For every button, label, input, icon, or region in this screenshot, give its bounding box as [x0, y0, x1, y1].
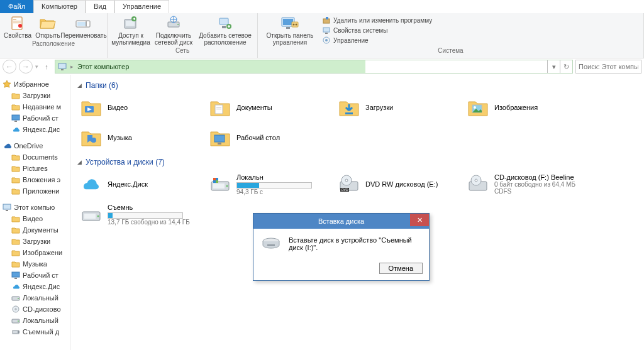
- open-button[interactable]: Открыть: [35, 14, 60, 39]
- svg-rect-3: [13, 23, 21, 23]
- folder-icon: [80, 96, 103, 119]
- properties-button[interactable]: Свойства: [4, 14, 31, 39]
- svg-rect-53: [218, 143, 221, 145]
- sysprops-icon: [322, 26, 331, 35]
- folder-icon: [11, 175, 20, 184]
- folder-icon: [11, 91, 20, 100]
- recent-dropdown[interactable]: ▾: [35, 63, 38, 70]
- forward-button[interactable]: →: [19, 60, 33, 74]
- folder-item[interactable]: Видео: [77, 94, 206, 121]
- svg-rect-34: [6, 210, 8, 211]
- sidebar-computer[interactable]: Этот компью: [0, 202, 70, 213]
- drive-item[interactable]: Яндекс.Диск: [77, 170, 206, 198]
- folder-icon: [11, 102, 20, 111]
- folder-icon: [11, 316, 20, 325]
- folder-item[interactable]: Документы: [206, 94, 335, 121]
- sidebar-item[interactable]: Рабочий ст: [0, 270, 70, 281]
- drive-item[interactable]: CD-дисковод (F:) Beeline0 байт свободно …: [464, 170, 593, 198]
- tab-view[interactable]: Вид: [86, 0, 114, 13]
- uninstall-program-button[interactable]: Удалить или изменить программу: [322, 16, 432, 25]
- sidebar-item-label: Изображени: [23, 249, 62, 256]
- sidebar-item[interactable]: Видео: [0, 213, 70, 224]
- search-input[interactable]: [579, 63, 638, 70]
- tab-manage[interactable]: Управление: [114, 0, 169, 13]
- sidebar-item[interactable]: Documents: [0, 151, 70, 163]
- dialog-titlebar[interactable]: Вставка диска ✕: [253, 214, 429, 229]
- rename-button[interactable]: Переименовать: [64, 14, 103, 39]
- section-drives-label: Устройства и диски (7): [86, 158, 165, 167]
- svg-point-56: [226, 185, 228, 187]
- collapse-icon: ◢: [77, 159, 82, 165]
- ribbon: Свойства Открыть Переименовать Расположе…: [0, 13, 644, 58]
- section-drives[interactable]: ◢ Устройства и диски (7): [77, 158, 638, 167]
- sidebar-item[interactable]: Приложени: [0, 185, 70, 197]
- folder-icon: [11, 153, 20, 161]
- manage-label: Управление: [333, 37, 369, 44]
- svg-rect-14: [219, 18, 228, 25]
- sidebar-item[interactable]: Яндекс.Дис: [0, 124, 70, 135]
- folder-item[interactable]: Загрузки: [335, 94, 464, 121]
- sidebar-item[interactable]: Изображени: [0, 247, 70, 258]
- sidebar-item[interactable]: Музыка: [0, 258, 70, 270]
- sidebar-item[interactable]: Загрузки: [0, 90, 70, 101]
- back-button[interactable]: ←: [3, 60, 16, 74]
- properties-icon: [8, 14, 28, 32]
- sidebar-item-label: Рабочий ст: [23, 114, 58, 122]
- dialog-close-button[interactable]: ✕: [410, 214, 429, 226]
- sysprops-label: Свойства системы: [333, 27, 387, 34]
- add-network-button[interactable]: Добавить сетевое расположение: [197, 14, 253, 46]
- properties-label: Свойства: [4, 32, 31, 39]
- sidebar-favorites-label: Избранное: [14, 80, 49, 88]
- drive-icon: DVD: [338, 173, 360, 195]
- group-caption-location: Расположение: [4, 39, 103, 47]
- drive-icon: [467, 173, 489, 195]
- control-panel-button[interactable]: Открыть панель управления: [262, 14, 318, 46]
- map-drive-button[interactable]: Подключить сетевой диск: [154, 14, 193, 46]
- sidebar-item[interactable]: Документы: [0, 224, 70, 236]
- media-access-button[interactable]: Доступ к мультимедиа: [111, 14, 150, 46]
- sidebar-favorites[interactable]: Избранное: [0, 79, 70, 90]
- folder-item[interactable]: Изображения: [464, 94, 593, 121]
- sidebar-item[interactable]: Яндекс.Дис: [0, 281, 70, 292]
- folder-item[interactable]: Рабочий стол: [206, 124, 335, 151]
- sidebar-item[interactable]: Недавние м: [0, 101, 70, 112]
- sidebar-item-label: Локальный: [23, 317, 58, 324]
- sidebar-item[interactable]: Локальный: [0, 292, 70, 304]
- sidebar-item[interactable]: Рабочий ст: [0, 112, 70, 124]
- up-button[interactable]: ↑: [41, 61, 52, 72]
- sidebar-item[interactable]: Загрузки: [0, 236, 70, 247]
- cancel-button[interactable]: Отмена: [379, 263, 423, 274]
- control-panel-label: Открыть панель управления: [262, 32, 318, 46]
- sidebar-item-label: Видео: [23, 215, 43, 222]
- folder-item[interactable]: Музыка: [77, 124, 206, 151]
- sidebar-item[interactable]: Вложения э: [0, 174, 70, 185]
- address-dropdown[interactable]: ▾: [547, 60, 560, 73]
- svg-rect-1: [13, 19, 16, 19]
- sidebar-onedrive[interactable]: OneDrive: [0, 140, 70, 151]
- search-box[interactable]: [575, 60, 641, 74]
- sidebar-item[interactable]: Локальный: [0, 315, 70, 326]
- tab-file[interactable]: Файл: [0, 0, 33, 13]
- address-bar[interactable]: ▸ Этот компьютер ▾ ↻: [55, 60, 573, 74]
- svg-rect-47: [216, 107, 221, 107]
- tab-computer[interactable]: Компьютер: [33, 0, 86, 13]
- svg-rect-69: [84, 214, 96, 219]
- drive-sub: 0 байт свободно из 64,4 МБ: [494, 181, 575, 188]
- sidebar-item[interactable]: CD-дисково: [0, 304, 70, 315]
- folder-icon: [11, 282, 20, 291]
- section-folders[interactable]: ◢ Папки (6): [77, 81, 638, 90]
- addnet-label: Добавить сетевое расположение: [197, 32, 253, 46]
- sidebar-item[interactable]: Pictures: [0, 163, 70, 174]
- manage-button[interactable]: Управление: [322, 36, 432, 45]
- sidebar-item-label: CD-дисково: [23, 305, 61, 313]
- svg-rect-19: [286, 27, 290, 29]
- drive-item[interactable]: DVDDVD RW дисковод (E:): [335, 170, 464, 198]
- drive-item[interactable]: Съемнь13,7 ГБ свободно из 14,4 ГБ: [77, 200, 206, 228]
- svg-point-50: [474, 106, 476, 109]
- capacity-bar: [236, 182, 312, 189]
- sidebar-item[interactable]: Съемный д: [0, 326, 70, 337]
- system-properties-button[interactable]: Свойства системы: [322, 26, 432, 35]
- drive-item[interactable]: Локальн94,3 ГБ с: [206, 170, 335, 198]
- refresh-button[interactable]: ↻: [560, 60, 572, 73]
- svg-rect-23: [323, 19, 330, 23]
